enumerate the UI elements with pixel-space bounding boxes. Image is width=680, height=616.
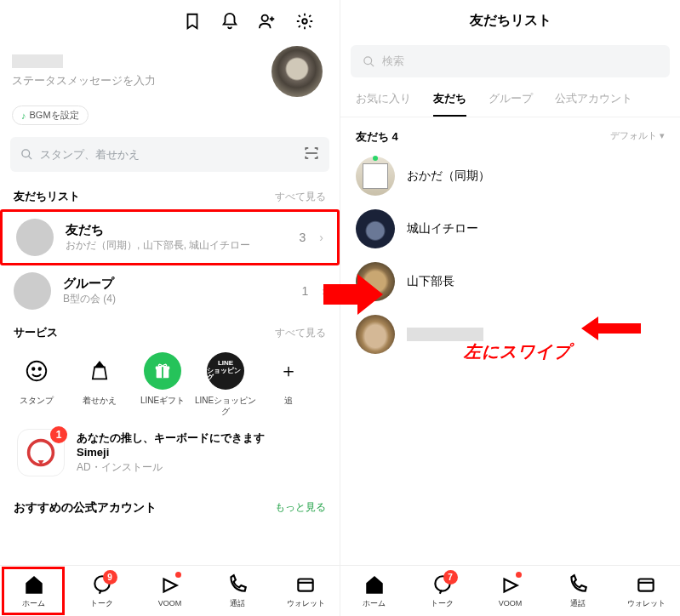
service-stamp[interactable]: スタンプ — [5, 352, 68, 417]
swipe-annotation: 左にスワイプ — [464, 340, 571, 363]
tab-home[interactable]: ホーム — [340, 566, 409, 616]
friend-name-redacted — [407, 328, 483, 341]
tab-home[interactable]: ホーム — [0, 566, 68, 616]
recommend-more[interactable]: もっと見る — [275, 500, 326, 516]
friends-count-row: 友だち 4 デフォルト ▾ — [340, 117, 680, 150]
tab-call[interactable]: 通話 — [203, 566, 271, 616]
bookmark-icon[interactable] — [183, 12, 202, 34]
svg-point-4 — [32, 368, 35, 370]
friends-list-header: 友だちリスト すべて見る — [0, 180, 340, 209]
friend-avatar — [356, 209, 395, 248]
tab-call[interactable]: 通話 — [544, 566, 612, 616]
tab-voom[interactable]: VOOM — [136, 566, 204, 616]
tab-talk[interactable]: トーク9 — [68, 566, 136, 616]
svg-point-2 — [22, 150, 30, 157]
scan-icon[interactable] — [304, 145, 319, 163]
see-all-link[interactable]: すべて見る — [275, 190, 326, 204]
bell-icon[interactable] — [220, 12, 239, 34]
services-row: スタンプ 着せかえ LINEギフト LINEショッピングLINEショッピング ＋… — [0, 345, 340, 417]
svg-point-12 — [364, 56, 372, 64]
page-title: 友だちリスト — [340, 0, 680, 38]
chevron-right-icon: › — [319, 231, 323, 244]
friends-avatar-composite — [16, 219, 54, 256]
tabbar-left: ホームトーク9VOOM通話ウォレット — [0, 565, 340, 616]
gear-icon[interactable] — [295, 12, 314, 34]
friend-row[interactable]: 城山イチロー — [340, 202, 680, 255]
profile-row[interactable]: ステータスメッセージを入力 — [0, 43, 340, 102]
svg-point-5 — [39, 368, 42, 370]
swipe-arrow — [581, 317, 641, 340]
ad-icon: 1 — [17, 429, 65, 476]
svg-point-3 — [27, 362, 47, 381]
header-icons — [0, 0, 340, 43]
tab-talk[interactable]: トーク7 — [409, 566, 477, 616]
bgm-button[interactable]: ♪BGMを設定 — [12, 106, 89, 125]
add-friend-icon[interactable] — [258, 12, 277, 34]
filter-tabs: お気に入り友だちグループ公式アカウント — [340, 84, 680, 117]
recommend-header: おすすめの公式アカウント もっと見る — [0, 485, 340, 519]
sort-button[interactable]: デフォルト ▾ — [610, 129, 665, 145]
svg-rect-14 — [638, 579, 653, 590]
svg-rect-8 — [162, 367, 163, 379]
groups-row[interactable]: グループ B型の会 (4) 1› — [0, 265, 340, 317]
svg-point-1 — [302, 19, 307, 24]
friend-name: 城山イチロー — [407, 221, 478, 237]
filter-tab-1[interactable]: 友だち — [433, 91, 466, 117]
search-input[interactable]: 検索 — [351, 45, 670, 77]
avatar[interactable] — [271, 46, 323, 97]
tabbar-right: ホームトーク7VOOM通話ウォレット — [340, 565, 680, 616]
friend-avatar — [356, 315, 395, 354]
tab-voom[interactable]: VOOM — [477, 566, 545, 616]
friend-row[interactable]: おかだ（同期） — [340, 150, 680, 202]
big-red-arrow — [323, 274, 383, 315]
tab-wallet[interactable]: ウォレット — [612, 566, 680, 616]
svg-point-0 — [262, 15, 268, 21]
friend-name: おかだ（同期） — [407, 168, 490, 184]
tab-wallet[interactable]: ウォレット — [271, 566, 340, 616]
service-theme[interactable]: 着せかえ — [68, 352, 131, 417]
filter-tab-2[interactable]: グループ — [489, 91, 533, 117]
status-message: ステータスメッセージを入力 — [12, 73, 271, 88]
friend-row[interactable]: 山下部長 — [340, 255, 680, 308]
svg-rect-11 — [298, 579, 312, 590]
search-input[interactable]: スタンプ、着せかえ — [10, 137, 329, 172]
username-redacted — [12, 54, 63, 68]
see-all-services[interactable]: すべて見る — [275, 326, 326, 340]
filter-tab-0[interactable]: お気に入り — [356, 91, 411, 117]
services-header: サービス すべて見る — [0, 317, 340, 345]
friend-avatar — [356, 157, 395, 196]
service-shopping[interactable]: LINEショッピングLINEショッピング — [194, 352, 257, 417]
group-avatar — [14, 272, 51, 310]
friend-name: 山下部長 — [407, 274, 454, 289]
service-gift[interactable]: LINEギフト — [131, 352, 194, 417]
ad-card[interactable]: 1 あなたの推し、キーボードにできます Simeji AD・インストール — [0, 417, 340, 485]
ad-badge: 1 — [50, 426, 67, 443]
filter-tab-3[interactable]: 公式アカウント — [555, 91, 632, 117]
friends-row[interactable]: 友だち おかだ（同期）, 山下部長, 城山イチロー 3› — [0, 209, 340, 265]
service-more[interactable]: ＋追 — [257, 352, 320, 417]
